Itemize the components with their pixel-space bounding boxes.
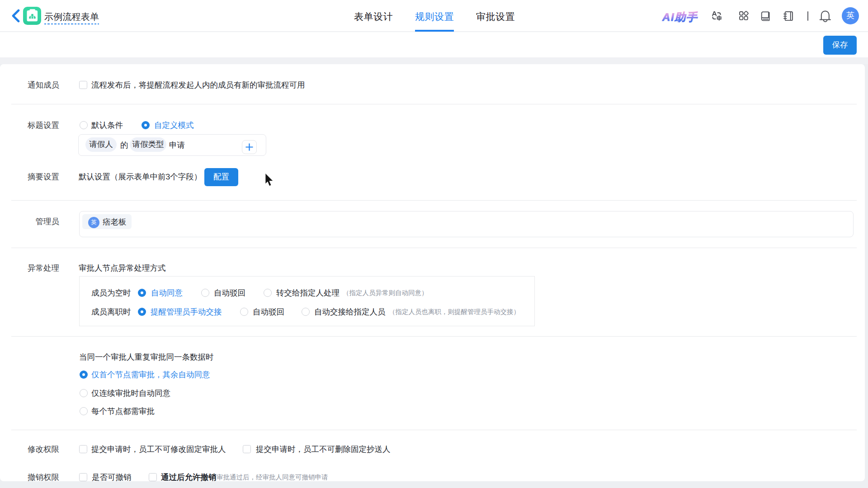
svg-text:AI助手: AI助手 [662,11,698,23]
